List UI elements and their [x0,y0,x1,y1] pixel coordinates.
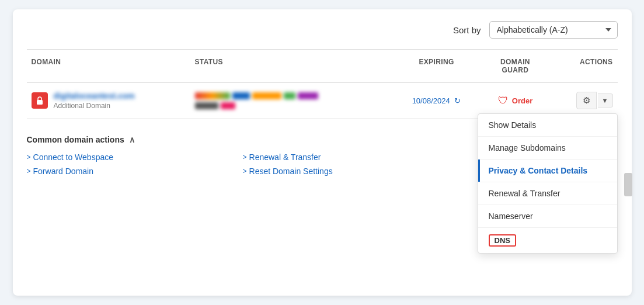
col-domain: DOMAIN [27,56,190,77]
scroll-indicator[interactable] [624,173,632,196]
chevron-right-icon-4: > [243,167,247,175]
gear-caret-button[interactable]: ▼ [598,93,613,108]
domain-type: Additional Domain [54,102,135,110]
common-actions-title: Common domain actions [27,135,124,144]
col-expiring: EXPIRING [396,56,478,77]
table-header: DOMAIN STATUS EXPIRING DOMAINGUARD ACTIO… [27,49,618,83]
col-guard: DOMAINGUARD [478,56,554,77]
lock-icon [32,92,48,109]
dropdown-menu: Show Details Manage Subdomains Privacy &… [478,113,618,254]
chevron-right-icon: > [27,153,31,161]
order-link[interactable]: Order [512,96,532,105]
action-connect-webspace[interactable]: > Connect to Webspace [27,152,220,162]
dropdown-item-dns[interactable]: DNS [478,228,617,253]
expiring-cell: 10/08/2024 ↻ [396,96,478,105]
actions-grid: > Connect to Webspace > Renewal & Transf… [27,152,436,176]
domain-row: digitaloceantest.com Additional Domain [27,83,618,119]
sort-select[interactable]: Alphabetically (A-Z) Alphabetically (Z-A… [489,21,618,39]
main-card: Sort by Alphabetically (A-Z) Alphabetica… [13,9,632,296]
svg-rect-0 [37,100,43,105]
action-forward-domain[interactable]: > Forward Domain [27,167,220,176]
expiring-date: 10/08/2024 [412,96,450,105]
action-renewal-transfer[interactable]: > Renewal & Transfer [243,152,436,162]
refresh-icon[interactable]: ↻ [454,96,461,105]
col-status: STATUS [190,56,396,77]
shield-icon: 🛡 [498,95,509,107]
action-reset-domain[interactable]: > Reset Domain Settings [243,167,436,176]
domain-cell: digitaloceantest.com Additional Domain [27,91,190,110]
guard-cell: 🛡 Order [478,95,554,107]
sort-label: Sort by [453,25,481,35]
col-actions: ACTIONS [554,56,618,77]
domain-name[interactable]: digitaloceantest.com [54,91,135,100]
actions-cell: ⚙ ▼ [554,92,618,109]
dropdown-item-nameserver[interactable]: Nameserver [478,205,617,228]
dropdown-item-show-details[interactable]: Show Details [478,114,617,137]
domain-name-block: digitaloceantest.com Additional Domain [54,91,135,110]
gear-button[interactable]: ⚙ [576,92,597,109]
chevron-right-icon-2: > [243,153,247,161]
status-blur [195,92,391,109]
status-cell [190,92,396,109]
chevron-up-icon[interactable]: ∧ [129,135,135,144]
dropdown-item-manage-subdomains[interactable]: Manage Subdomains [478,137,617,160]
chevron-right-icon-3: > [27,167,31,175]
dropdown-item-privacy[interactable]: Privacy & Contact Details [478,160,617,182]
sort-row: Sort by Alphabetically (A-Z) Alphabetica… [27,21,618,39]
dns-badge: DNS [489,234,516,247]
dropdown-item-renewal[interactable]: Renewal & Transfer [478,182,617,205]
